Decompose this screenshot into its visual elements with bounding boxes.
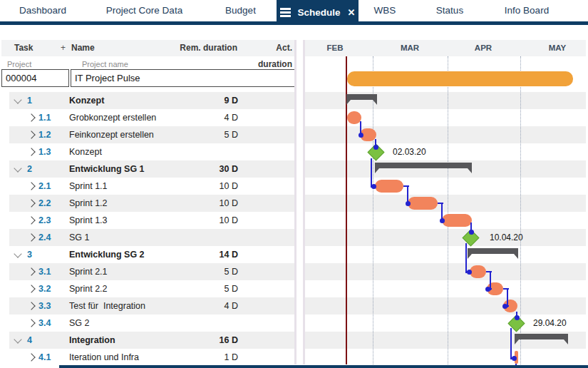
tab-schedule[interactable]: Schedule✕: [277, 0, 359, 25]
task-bar[interactable]: [375, 180, 403, 193]
expand-chevron-icon[interactable]: [27, 113, 35, 121]
tab-info-board[interactable]: Info Board: [495, 0, 558, 21]
row-stripe: [9, 92, 294, 109]
month-gridline: [448, 56, 448, 364]
connector-dot: [515, 315, 520, 320]
task-rem-duration: [182, 315, 238, 332]
task-bar[interactable]: [347, 111, 361, 124]
close-icon[interactable]: ✕: [348, 7, 356, 18]
task-rem-duration: 9 D: [182, 92, 238, 109]
add-column-button[interactable]: +: [61, 40, 66, 56]
tab-wbs[interactable]: WBS: [367, 0, 403, 21]
project-id-input[interactable]: [1, 69, 69, 87]
connector-dot: [469, 230, 474, 235]
table-chart-splitter[interactable]: [303, 40, 305, 364]
task-number: 3.1: [38, 263, 51, 280]
row-stripe: [9, 229, 294, 246]
bottom-bar: [59, 365, 588, 368]
task-number: 3: [27, 246, 32, 263]
task-rem-duration: 1 D: [182, 349, 238, 366]
month-gridline: [373, 56, 373, 364]
task-rem-duration: [182, 229, 238, 246]
expand-chevron-icon[interactable]: [27, 353, 35, 361]
dependency-connector: [510, 328, 512, 359]
row-stripe: [9, 195, 294, 212]
task-rem-duration: [182, 143, 238, 160]
table-vertical-scrollbar[interactable]: [294, 40, 296, 364]
expand-chevron-icon[interactable]: [27, 216, 35, 224]
task-name: Sprint 2.2: [69, 280, 108, 297]
task-number: 2.1: [38, 178, 51, 195]
task-name: Integration: [69, 332, 115, 349]
column-header-task: Task: [14, 40, 33, 56]
expand-chevron-icon[interactable]: [27, 182, 35, 190]
expand-chevron-icon[interactable]: [27, 148, 35, 155]
timeline-month-label: MAR: [388, 40, 431, 56]
connector-dot: [512, 356, 517, 361]
project-name-input[interactable]: [71, 69, 296, 87]
row-stripe: [305, 229, 586, 246]
column-header-act-duration: Act. duration: [242, 40, 292, 56]
tab-budget[interactable]: Budget: [214, 0, 267, 21]
row-stripe: [305, 297, 586, 315]
connector-dot: [373, 145, 378, 150]
task-rem-duration: 5 D: [182, 126, 238, 143]
task-bar[interactable]: [442, 214, 472, 227]
task-number: 1: [27, 92, 32, 109]
task-name: Feinkonzept erstellen: [69, 126, 154, 143]
task-number: 2.2: [38, 195, 51, 212]
hamburger-icon[interactable]: [280, 8, 291, 17]
timeline-month-label: FEB: [314, 40, 356, 56]
row-stripe: [9, 160, 294, 178]
connector-dot: [371, 184, 376, 189]
task-number: 1.1: [38, 109, 51, 126]
task-name: Konzept: [69, 92, 104, 109]
milestone-date-label: 02.03.20: [393, 143, 426, 160]
tab-dashboard[interactable]: Dashboard: [14, 0, 71, 21]
project-summary-bar[interactable]: [347, 71, 573, 86]
connector-dot: [406, 201, 411, 206]
task-rem-duration: 10 D: [182, 178, 238, 195]
connector-dot: [359, 133, 363, 138]
task-number: 3.4: [38, 315, 51, 332]
project-name-label: Project name: [82, 59, 128, 69]
task-bar[interactable]: [408, 197, 438, 210]
task-name: Konzept: [69, 143, 102, 160]
expand-chevron-icon[interactable]: [27, 285, 35, 292]
task-rem-duration: 30 D: [182, 160, 238, 178]
task-rem-duration: 10 D: [182, 212, 238, 229]
schedule-page: DashboardProject Core DataBudgetSchedule…: [0, 0, 588, 368]
project-label: Project: [7, 59, 31, 69]
row-stripe: [305, 195, 586, 212]
task-name: Sprint 2.1: [69, 263, 108, 280]
expand-chevron-icon[interactable]: [27, 319, 35, 327]
task-number: 2: [27, 160, 32, 178]
task-number: 4.1: [38, 349, 51, 366]
dependency-connector: [465, 243, 467, 273]
task-bar[interactable]: [470, 265, 486, 278]
task-rem-duration: 14 D: [182, 246, 238, 263]
tab-status[interactable]: Status: [428, 0, 472, 21]
collapse-chevron-icon[interactable]: [14, 250, 21, 257]
connector-dot: [467, 270, 472, 275]
task-number: 1.2: [38, 126, 51, 143]
task-number: 1.3: [38, 143, 51, 160]
task-name: Sprint 1.2: [69, 195, 108, 212]
task-name: Sprint 1.1: [69, 178, 108, 195]
task-rem-duration: 5 D: [182, 280, 238, 297]
milestone-date-label: 10.04.20: [490, 229, 523, 246]
dependency-connector: [371, 158, 372, 188]
row-stripe: [9, 332, 294, 349]
column-header-name: Name: [71, 40, 95, 56]
task-name: Grobkonzept erstellen: [69, 109, 156, 126]
task-name: Entwicklung SG 1: [69, 160, 145, 178]
timeline-month-label: APR: [462, 40, 505, 56]
task-rem-duration: 10 D: [182, 195, 238, 212]
row-stripe: [9, 263, 294, 280]
task-rem-duration: 4 D: [182, 297, 238, 315]
tab-project-core-data[interactable]: Project Core Data: [100, 0, 189, 21]
task-number: 2.4: [38, 229, 51, 246]
task-number: 2.3: [38, 212, 51, 229]
task-number: 4: [27, 332, 32, 349]
task-number: 3.3: [38, 297, 51, 315]
